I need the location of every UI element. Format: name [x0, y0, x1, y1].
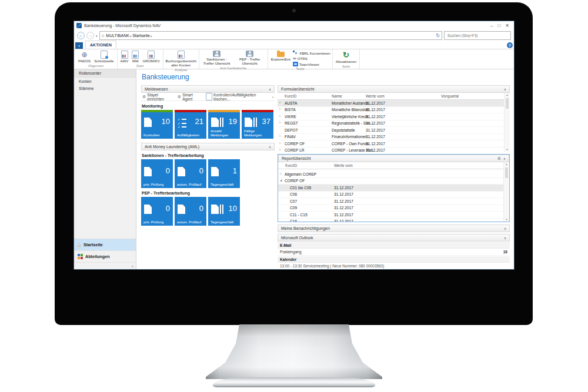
ribbon-button-teamviewer[interactable]: TeamViewer — [293, 62, 330, 66]
triangle-right-icon[interactable]: ▷ — [279, 142, 281, 145]
toolbar-button-smart-agent[interactable]: ⚙Smart Agent — [178, 93, 202, 101]
refresh-address-icon[interactable]: ↻ — [436, 33, 440, 38]
column-header-werte-vom[interactable]: Werte vom — [366, 94, 385, 98]
table-row[interactable]: C1631.12.2017 — [278, 219, 509, 222]
ribbon-button-gromikv[interactable]: GROMIKV — [141, 50, 161, 63]
ribbon-button-pados[interactable]: ⊕PADOS — [77, 50, 92, 63]
tile-fällige-meldungen[interactable]: 37Fällige Meldungen — [242, 110, 273, 139]
help-icon[interactable]: ? — [507, 42, 513, 48]
tile-tagesgeschäft[interactable]: 1Tagesgeschäft — [208, 159, 240, 188]
outlook-item-posteingang[interactable]: Posteingang16 — [278, 249, 510, 256]
sidebar-item-startseite[interactable]: ⌂Startseite — [74, 239, 136, 251]
sidebar-item-abteilungen[interactable]: Abteilungen — [74, 251, 136, 263]
ribbon-button-xbrl-konvertieren[interactable]: XBRL Konvertieren — [293, 51, 330, 55]
triangle-right-icon[interactable]: ▷ — [279, 121, 281, 124]
table-row[interactable]: C11 - C1531.12.2017 — [278, 212, 509, 219]
tile-priv-prüfung[interactable]: 0priv. Prüfung — [141, 197, 173, 226]
ribbon-button-schnittstelle[interactable]: Schnittstelle — [93, 50, 115, 63]
table-row[interactable]: C0731.12.2017 — [278, 198, 509, 205]
table-row[interactable]: ◢COREP OF — [278, 178, 509, 185]
breadcrumb[interactable]: ⌂ MULTIBANK ▸ Startseite ▸ ↻ — [99, 31, 442, 40]
triangle-right-icon[interactable]: ▷ — [279, 148, 281, 151]
chevron-up-icon[interactable]: ∧ — [269, 145, 271, 149]
sidebar-item-konten[interactable]: Konten — [74, 78, 136, 85]
table-row[interactable]: ▷VIKREVierteljährliche Kredit...31.12.20… — [278, 113, 510, 120]
chevron-up-icon[interactable]: ∧ — [269, 88, 271, 91]
triangle-expanded-icon[interactable]: ◢ — [280, 179, 282, 182]
table-row[interactable]: ▷FINAVFinanzinformationen ...31.12.2017 — [278, 134, 510, 141]
section-header-aml[interactable]: Anti Money Laundering (AML) ∧ — [141, 143, 275, 150]
triangle-right-icon[interactable]: ▷ — [279, 135, 281, 138]
maximize-button[interactable]: □ — [497, 23, 500, 29]
chevron-down-icon[interactable]: ∨ — [504, 227, 506, 230]
scroll-down-icon[interactable]: ▼ — [506, 148, 509, 152]
scroll-up-icon[interactable]: ▲ — [506, 93, 509, 97]
tile-autom-prüflauf[interactable]: 0autom. Prüflauf — [175, 197, 206, 226]
breadcrumb-item-multibank[interactable]: MULTIBANK — [106, 33, 129, 38]
section-header-meldewesen[interactable]: Meldewesen ∧ — [141, 85, 275, 93]
scroll-up-icon[interactable]: ▲ — [506, 162, 508, 166]
scroll-thumb[interactable] — [506, 98, 509, 109]
scroll-down-icon[interactable]: ▼ — [506, 217, 508, 222]
chevron-up-icon[interactable]: ∧ — [504, 88, 506, 91]
ribbon-button-mw[interactable]: MW — [131, 50, 140, 63]
sidebar-header-rollencenter[interactable]: Rollencenter — [74, 69, 136, 78]
ribbon-button-pep-treffer-übersicht[interactable]: PEP - Treffer Übersicht — [234, 50, 266, 66]
minimize-button[interactable]: – — [490, 23, 493, 29]
chevron-up-icon[interactable]: ∧ — [504, 236, 506, 240]
history-dropdown-icon[interactable]: ▾ — [96, 34, 98, 38]
triangle-right-icon[interactable]: ▷ — [280, 172, 282, 175]
search-box[interactable] — [444, 31, 511, 40]
ribbon-button-awv[interactable]: AWV — [119, 50, 130, 63]
forward-button[interactable]: → — [86, 32, 94, 39]
gear-icon[interactable]: ⚙ — [497, 156, 501, 161]
back-button[interactable]: ← — [77, 32, 85, 39]
table-row[interactable]: ▷Allgemein COREP — [278, 171, 509, 178]
application-menu-button[interactable]: ▾ — [75, 42, 83, 49]
column-header-kurzid[interactable]: KurzID — [285, 163, 297, 167]
tile-kontrollen[interactable]: 10Kontrollen — [141, 110, 173, 139]
scroll-thumb[interactable] — [505, 167, 508, 178]
tile-auffälligkeiten[interactable]: ✓✓✓21Auffälligkeiten — [175, 110, 206, 139]
tab-aktionen[interactable]: AKTIONEN — [85, 41, 116, 49]
table-row[interactable]: ▷BISTAMonatliche Bilanzstati...31.12.201… — [278, 107, 510, 114]
column-header-name[interactable]: Name — [332, 94, 342, 98]
table-row[interactable]: ▷REGSTRegionalstatistik - Son...31.12.20… — [278, 120, 510, 128]
column-header-kurzid[interactable]: KurzID — [285, 94, 296, 98]
outlook-calendar-entry[interactable]: 13:00 - 13:30 Servicemeeting ( Neue Numm… — [278, 263, 510, 269]
ribbon-button-otrs[interactable]: ∞OTRS — [293, 56, 330, 61]
table-row[interactable]: ▷COREP OFCOREP - Own Funds31.12.2017 — [278, 140, 510, 148]
breadcrumb-item-startseite[interactable]: Startseite — [132, 33, 150, 38]
table-row[interactable]: DEPOTDepotstatistik31.12.2017 — [278, 127, 510, 134]
triangle-right-icon[interactable]: ▷ — [279, 115, 281, 118]
tile-priv-prüfung[interactable]: 0priv. Prüfung — [141, 159, 173, 188]
table-row[interactable]: C0931.12.2017 — [278, 205, 509, 212]
toolbar-button-kontrollen-auffälligkeiten-löschen[interactable]: Kontrollen/Auffälligkeiten löschen... — [206, 93, 268, 101]
tile-anzahl-meldungen[interactable]: 19Anzahl Meldungen — [208, 110, 240, 139]
section-header-formularuebersicht[interactable]: Formularübersicht ∧ — [278, 85, 510, 93]
section-header-outlook[interactable]: Microsoft Outlook ∧ — [278, 234, 510, 242]
ribbon-button-sanktionen-treffer-übersicht[interactable]: Sanktionen - Treffer Übersicht — [201, 50, 233, 66]
table-row[interactable]: C0631.12.2017 — [278, 192, 509, 199]
scrollbar[interactable]: ▲▼ — [503, 162, 509, 222]
search-input[interactable] — [446, 33, 509, 38]
ribbon-button-explorerexit[interactable]: ExplorerExit — [270, 50, 292, 62]
section-header-benachrichtigungen[interactable]: Meine Benachrichtigungen ∨ — [278, 225, 510, 232]
column-header-werte-vom[interactable]: Werte vom — [334, 163, 353, 167]
chevron-up-icon[interactable]: ∧ — [503, 157, 506, 160]
triangle-right-icon[interactable]: ▷ — [279, 101, 281, 104]
pane-options-icon[interactable]: ≡ — [132, 264, 133, 268]
column-header-vorquartal[interactable]: Vorquartal — [441, 94, 459, 98]
table-row[interactable]: C01 bis C0531.12.2017 — [278, 185, 509, 192]
sidebar-item-stämme[interactable]: Stämme — [74, 85, 136, 92]
tile-autom-prüflauf[interactable]: 0autom. Prüflauf — [175, 159, 206, 188]
close-button[interactable]: ✕ — [505, 23, 509, 29]
triangle-right-icon[interactable]: ▷ — [279, 108, 281, 110]
more-icon[interactable]: ▪ — [272, 95, 273, 99]
ribbon-button-aktualisieren[interactable]: ↻Aktualisieren — [335, 50, 358, 64]
table-row[interactable]: ▷COREP LRCOREP - Leverage Rat...31.12.20… — [278, 148, 510, 152]
scrollbar[interactable]: ▲▼ — [504, 93, 510, 152]
toolbar-button-stapel-einrichten[interactable]: ⚙Stapel einrichten — [142, 93, 173, 101]
ribbon-button-buchungsübersicht-aller-konten[interactable]: Buchungsübersicht aller Konten — [165, 50, 197, 68]
table-row[interactable]: ▷AUSTAMonatlicher Auslands...31.12.2017 — [278, 100, 510, 107]
